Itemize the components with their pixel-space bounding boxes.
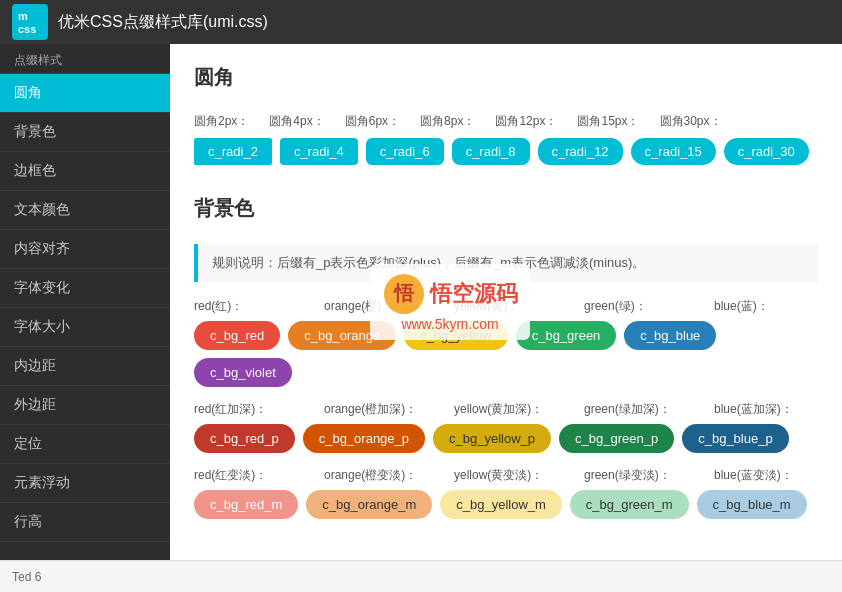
- svg-text:m: m: [18, 10, 28, 22]
- btn-bg-yellow[interactable]: c_bg_yellow: [404, 321, 508, 350]
- sidebar-item-1[interactable]: 背景色: [0, 113, 170, 152]
- label-orange-m: orange(橙变淡)：: [324, 467, 454, 484]
- color-row-normal: red(红)： orange(橙)： yellow(黄)： green(绿)： …: [194, 298, 818, 387]
- btn-bg-blue-p[interactable]: c_bg_blue_p: [682, 424, 788, 453]
- color-row-plus-labels: red(红加深)： orange(橙加深)： yellow(黄加深)： gree…: [194, 401, 818, 418]
- btn-bg-violet[interactable]: c_bg_violet: [194, 358, 292, 387]
- radius-label-0: 圆角2px：: [194, 113, 249, 130]
- sidebar-section-header: 点缀样式: [0, 44, 170, 74]
- radius-btn-6[interactable]: c_radi_6: [366, 138, 444, 165]
- radius-label-5: 圆角15px：: [577, 113, 639, 130]
- radius-labels: 圆角2px： 圆角4px： 圆角6px： 圆角8px： 圆角12px： 圆角15…: [194, 113, 818, 130]
- btn-bg-green-m[interactable]: c_bg_green_m: [570, 490, 689, 519]
- label-orange: orange(橙)：: [324, 298, 454, 315]
- bg-section-title: 背景色: [194, 195, 818, 228]
- logo: m css: [12, 4, 48, 40]
- radius-label-6: 圆角30px：: [660, 113, 722, 130]
- label-blue-m: blue(蓝变淡)：: [714, 467, 842, 484]
- btn-bg-green-p[interactable]: c_bg_green_p: [559, 424, 674, 453]
- btn-bg-red-m[interactable]: c_bg_red_m: [194, 490, 298, 519]
- label-red: red(红)：: [194, 298, 324, 315]
- ted-label: Ted 6: [12, 570, 41, 584]
- label-blue: blue(蓝)：: [714, 298, 842, 315]
- color-row-normal-labels: red(红)： orange(橙)： yellow(黄)： green(绿)： …: [194, 298, 818, 315]
- btn-bg-red[interactable]: c_bg_red: [194, 321, 280, 350]
- radius-label-1: 圆角4px：: [269, 113, 324, 130]
- btn-bg-orange-m[interactable]: c_bg_orange_m: [306, 490, 432, 519]
- color-row-minus-labels: red(红变淡)： orange(橙变淡)： yellow(黄变淡)： gree…: [194, 467, 818, 484]
- sidebar-item-8[interactable]: 外边距: [0, 386, 170, 425]
- app-title: 优米CSS点缀样式库(umi.css): [58, 12, 268, 33]
- radius-label-2: 圆角6px：: [345, 113, 400, 130]
- radius-btn-12[interactable]: c_radi_12: [538, 138, 623, 165]
- btn-bg-orange[interactable]: c_bg_orange: [288, 321, 396, 350]
- radius-section: 圆角 圆角2px： 圆角4px： 圆角6px： 圆角8px： 圆角12px： 圆…: [194, 64, 818, 165]
- header: m css 优米CSS点缀样式库(umi.css): [0, 0, 842, 44]
- label-blue-p: blue(蓝加深)：: [714, 401, 842, 418]
- label-red-p: red(红加深)：: [194, 401, 324, 418]
- radius-buttons: c_radi_2 c_radi_4 c_radi_6 c_radi_8 c_ra…: [194, 138, 818, 165]
- sidebar-item-2[interactable]: 边框色: [0, 152, 170, 191]
- sidebar-item-6[interactable]: 字体大小: [0, 308, 170, 347]
- sidebar-item-3[interactable]: 文本颜色: [0, 191, 170, 230]
- radius-btn-30[interactable]: c_radi_30: [724, 138, 809, 165]
- sidebar-item-11[interactable]: 行高: [0, 503, 170, 542]
- label-yellow-m: yellow(黄变淡)：: [454, 467, 584, 484]
- label-green-m: green(绿变淡)：: [584, 467, 714, 484]
- sidebar-item-5[interactable]: 字体变化: [0, 269, 170, 308]
- radius-btn-8[interactable]: c_radi_8: [452, 138, 530, 165]
- btn-bg-yellow-p[interactable]: c_bg_yellow_p: [433, 424, 551, 453]
- btn-bg-blue[interactable]: c_bg_blue: [624, 321, 716, 350]
- radius-section-title: 圆角: [194, 64, 818, 97]
- radius-btn-15[interactable]: c_radi_15: [631, 138, 716, 165]
- color-btns-minus: c_bg_red_m c_bg_orange_m c_bg_yellow_m c…: [194, 490, 818, 519]
- btn-bg-orange-p[interactable]: c_bg_orange_p: [303, 424, 425, 453]
- sidebar: 点缀样式 圆角 背景色 边框色 文本颜色 内容对齐 字体变化 字体大小 内边距 …: [0, 44, 170, 592]
- radius-btn-2[interactable]: c_radi_2: [194, 138, 272, 165]
- radius-label-4: 圆角12px：: [495, 113, 557, 130]
- sidebar-item-7[interactable]: 内边距: [0, 347, 170, 386]
- sidebar-item-9[interactable]: 定位: [0, 425, 170, 464]
- color-btns-normal: c_bg_red c_bg_orange c_bg_yellow c_bg_gr…: [194, 321, 818, 387]
- btn-bg-green[interactable]: c_bg_green: [516, 321, 617, 350]
- rule-note: 规则说明：后缀有_p表示色彩加深(plus)，后缀有_m表示色调减淡(minus…: [194, 244, 818, 282]
- bottom-bar: Ted 6: [0, 560, 842, 592]
- sidebar-item-4[interactable]: 内容对齐: [0, 230, 170, 269]
- layout: 点缀样式 圆角 背景色 边框色 文本颜色 内容对齐 字体变化 字体大小 内边距 …: [0, 44, 842, 592]
- label-yellow: yellow(黄)：: [454, 298, 584, 315]
- radius-btn-4[interactable]: c_radi_4: [280, 138, 358, 165]
- label-green-p: green(绿加深)：: [584, 401, 714, 418]
- label-red-m: red(红变淡)：: [194, 467, 324, 484]
- svg-text:css: css: [18, 23, 36, 35]
- radius-label-3: 圆角8px：: [420, 113, 475, 130]
- label-green: green(绿)：: [584, 298, 714, 315]
- color-btns-plus: c_bg_red_p c_bg_orange_p c_bg_yellow_p c…: [194, 424, 818, 453]
- btn-bg-blue-m[interactable]: c_bg_blue_m: [697, 490, 807, 519]
- sidebar-item-0[interactable]: 圆角: [0, 74, 170, 113]
- label-orange-p: orange(橙加深)：: [324, 401, 454, 418]
- sidebar-item-10[interactable]: 元素浮动: [0, 464, 170, 503]
- color-row-plus: red(红加深)： orange(橙加深)： yellow(黄加深)： gree…: [194, 401, 818, 453]
- bg-section: 背景色 规则说明：后缀有_p表示色彩加深(plus)，后缀有_m表示色调减淡(m…: [194, 195, 818, 519]
- color-row-minus: red(红变淡)： orange(橙变淡)： yellow(黄变淡)： gree…: [194, 467, 818, 519]
- label-yellow-p: yellow(黄加深)：: [454, 401, 584, 418]
- btn-bg-red-p[interactable]: c_bg_red_p: [194, 424, 295, 453]
- main-content: 悟 悟空源码 www.5kym.com 圆角 圆角2px： 圆角4px： 圆角6…: [170, 44, 842, 592]
- btn-bg-yellow-m[interactable]: c_bg_yellow_m: [440, 490, 562, 519]
